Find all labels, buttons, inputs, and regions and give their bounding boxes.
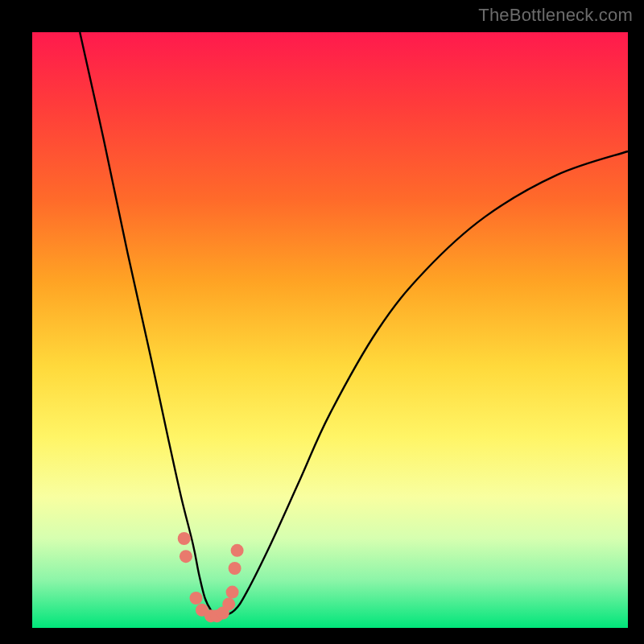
curve-layer bbox=[32, 32, 628, 628]
curve-marker bbox=[222, 597, 235, 610]
bottleneck-curve bbox=[80, 32, 628, 617]
curve-marker bbox=[231, 544, 244, 557]
curve-marker bbox=[229, 562, 242, 575]
curve-marker bbox=[178, 532, 191, 545]
curve-marker bbox=[226, 586, 239, 599]
curve-marker bbox=[190, 592, 203, 605]
plot-area bbox=[32, 32, 628, 628]
curve-marker bbox=[180, 550, 192, 563]
watermark-text: TheBottleneck.com bbox=[478, 5, 633, 26]
chart-frame: TheBottleneck.com bbox=[0, 0, 644, 644]
